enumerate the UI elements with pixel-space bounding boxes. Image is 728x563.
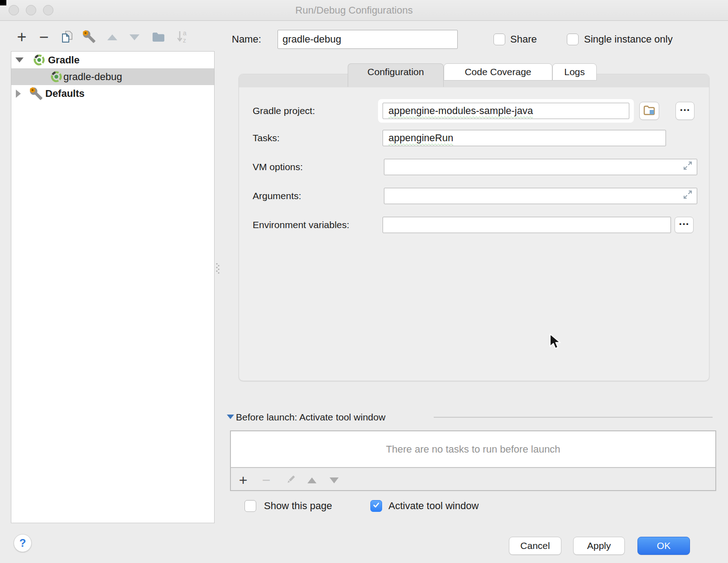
tasks-input[interactable]: appengineRun xyxy=(383,130,666,146)
gradle-project-value: appengine-modules-sample-java xyxy=(388,105,533,117)
wrench-icon xyxy=(82,30,96,45)
chevron-collapsed-icon xyxy=(16,90,21,98)
tab-label: Code Coverage xyxy=(465,67,531,77)
checkmark-icon xyxy=(372,501,380,511)
apply-button[interactable]: Apply xyxy=(573,537,625,555)
show-this-page-label: Show this page xyxy=(264,500,332,512)
single-instance-checkbox[interactable] xyxy=(567,33,579,45)
expand-editor-icon[interactable] xyxy=(682,189,693,203)
sort-alphabetically-icon: a z xyxy=(176,29,189,45)
folder-browse-icon xyxy=(643,105,656,118)
tree-item-label: Gradle xyxy=(48,54,80,66)
move-task-down-button[interactable] xyxy=(326,472,342,488)
minus-icon: − xyxy=(39,29,48,45)
environment-variables-more-button[interactable]: ... xyxy=(675,217,694,233)
tab-logs[interactable]: Logs xyxy=(552,63,597,81)
activate-tool-window-checkbox[interactable] xyxy=(370,500,382,512)
gradle-icon xyxy=(50,71,62,83)
titlebar: Run/Debug Configurations xyxy=(0,0,728,21)
window-title: Run/Debug Configurations xyxy=(0,0,708,20)
pencil-icon xyxy=(285,474,297,487)
remove-configuration-button[interactable]: − xyxy=(36,29,52,45)
tasks-label: Tasks: xyxy=(253,132,280,144)
remove-task-button[interactable]: − xyxy=(258,472,274,488)
mouse-cursor xyxy=(549,334,564,352)
wrench-icon xyxy=(29,87,43,100)
arrow-down-icon xyxy=(129,34,139,40)
arrow-down-icon xyxy=(330,477,339,483)
gradle-project-input[interactable]: appengine-modules-sample-java xyxy=(383,103,629,119)
ellipsis-icon: ... xyxy=(680,101,690,114)
plus-icon: + xyxy=(239,472,248,488)
show-this-page-checkbox[interactable] xyxy=(244,500,256,512)
share-label: Share xyxy=(510,33,537,45)
configurations-tree: Gradle gradle-debug xyxy=(11,51,215,523)
vm-options-label: VM options: xyxy=(253,161,303,173)
run-debug-configurations-dialog: Run/Debug Configurations + − xyxy=(0,0,728,563)
create-folder-button[interactable] xyxy=(150,29,167,45)
ok-button[interactable]: OK xyxy=(637,537,690,555)
edit-defaults-button[interactable] xyxy=(81,29,97,45)
before-launch-empty-area: There are no tasks to run before launch xyxy=(231,431,715,468)
tree-item-label: Defaults xyxy=(45,88,85,100)
expand-editor-icon[interactable] xyxy=(682,160,693,174)
before-launch-task-list: There are no tasks to run before launch … xyxy=(230,430,716,491)
before-launch-empty-message: There are no tasks to run before launch xyxy=(386,444,560,455)
help-button[interactable]: ? xyxy=(14,534,32,552)
environment-variables-input[interactable] xyxy=(383,217,671,233)
single-instance-label: Single instance only xyxy=(584,33,673,45)
arguments-label: Arguments: xyxy=(253,190,301,202)
vm-options-input[interactable] xyxy=(384,159,697,175)
name-label: Name: xyxy=(232,33,261,45)
environment-variables-label: Environment variables: xyxy=(253,219,350,231)
cancel-button[interactable]: Cancel xyxy=(509,537,561,555)
tab-label: Logs xyxy=(564,67,585,77)
edit-task-button[interactable] xyxy=(283,472,299,488)
activate-tool-window-label: Activate tool window xyxy=(388,500,479,512)
before-launch-divider xyxy=(434,417,713,418)
gradle-project-more-button[interactable]: ... xyxy=(675,102,694,120)
tree-item-label: gradle-debug xyxy=(63,71,122,83)
tab-code-coverage[interactable]: Code Coverage xyxy=(444,63,552,81)
question-mark-icon: ? xyxy=(19,537,26,549)
move-up-button[interactable] xyxy=(104,29,120,45)
sort-configurations-button[interactable]: a z xyxy=(174,29,191,45)
before-launch-title: Before launch: Activate tool window xyxy=(236,412,385,423)
before-launch-collapse-icon[interactable] xyxy=(227,415,234,419)
tree-item-gradle[interactable]: Gradle xyxy=(11,52,214,68)
move-down-button[interactable] xyxy=(126,29,143,45)
minus-icon: − xyxy=(262,472,271,488)
svg-text:z: z xyxy=(183,37,186,44)
copy-configuration-button[interactable] xyxy=(59,29,75,45)
tree-item-gradle-debug[interactable]: gradle-debug xyxy=(11,68,214,85)
gradle-project-label: Gradle project: xyxy=(253,105,315,117)
name-input[interactable] xyxy=(278,30,458,49)
add-configuration-button[interactable]: + xyxy=(14,29,30,45)
tree-item-defaults[interactable]: Defaults xyxy=(11,85,214,102)
arguments-input[interactable] xyxy=(384,188,697,204)
tab-label: Configuration xyxy=(368,67,424,77)
tasks-value: appengineRun xyxy=(388,132,453,144)
folder-icon xyxy=(152,31,165,44)
screen-corner-artifact xyxy=(0,0,6,5)
copy-icon xyxy=(61,30,73,44)
ellipsis-icon: ... xyxy=(679,215,689,228)
arrow-up-icon xyxy=(307,477,316,483)
splitter-handle[interactable] xyxy=(215,262,220,278)
svg-text:a: a xyxy=(183,29,187,37)
share-checkbox[interactable] xyxy=(493,33,505,45)
browse-gradle-project-button[interactable] xyxy=(639,102,659,120)
arrow-up-icon xyxy=(107,34,117,40)
tab-configuration[interactable]: Configuration xyxy=(348,63,444,87)
gradle-icon xyxy=(33,54,45,66)
add-task-button[interactable]: + xyxy=(235,472,251,488)
plus-icon: + xyxy=(17,29,26,45)
chevron-expanded-icon xyxy=(15,57,24,62)
move-task-up-button[interactable] xyxy=(304,472,320,488)
